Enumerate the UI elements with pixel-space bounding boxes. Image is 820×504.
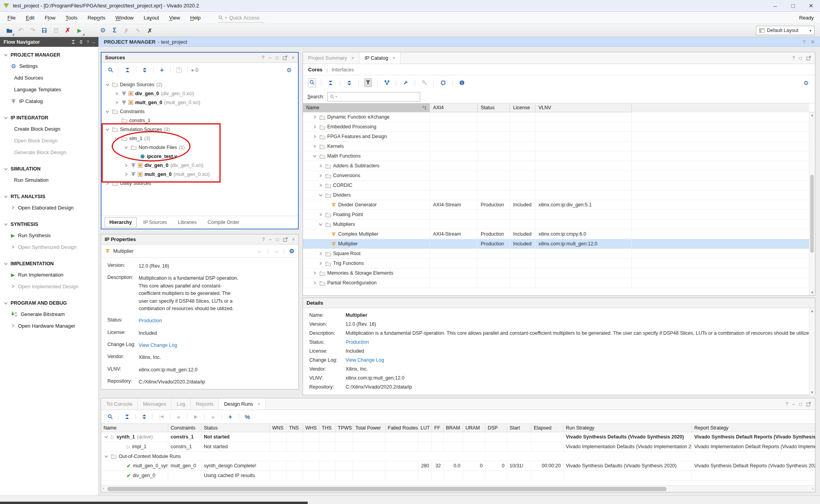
column-header-whs[interactable]: WHS xyxy=(303,424,319,432)
flow-item-create-block-design[interactable]: Create Block Design xyxy=(0,123,98,135)
column-header-vlnv[interactable]: VLNV xyxy=(535,103,632,112)
tree-item-sim-1[interactable]: sim_1 (3) xyxy=(102,134,298,143)
forward-arrow-icon[interactable]: → xyxy=(273,248,279,254)
catalog-search-input[interactable]: ▾ xyxy=(327,92,420,101)
column-header-bram[interactable]: BRAM xyxy=(444,424,463,432)
tab-ip-catalog[interactable]: IP Catalog× xyxy=(360,52,401,64)
catalog-row-divider-generator[interactable]: Divider GeneratorAXI4-StreamProductionIn… xyxy=(303,200,815,210)
tree-chevron[interactable] xyxy=(103,435,109,439)
close-tab-icon[interactable]: × xyxy=(392,55,395,61)
column-header-wns[interactable]: WNS xyxy=(270,424,287,432)
tree-chevron[interactable] xyxy=(318,213,323,217)
tab-interfaces[interactable]: Interfaces xyxy=(332,67,354,73)
scrollbar-thumb[interactable] xyxy=(107,487,667,491)
search-button[interactable] xyxy=(105,65,116,75)
float-icon[interactable] xyxy=(283,55,287,60)
catalog-row-conversions[interactable]: Conversions xyxy=(303,171,815,181)
tree-item-utility-sources[interactable]: Utility Sources xyxy=(102,179,298,188)
catalog-row-complex-multiplier[interactable]: Complex MultiplierAXI4-StreamProductionI… xyxy=(303,229,815,239)
catalog-row-partial-reconfiguration[interactable]: Partial Reconfiguration xyxy=(303,278,815,288)
max-icon[interactable]: □ xyxy=(276,55,278,60)
column-header-name[interactable]: Name^1 xyxy=(303,103,430,112)
tree-chevron[interactable] xyxy=(103,454,109,458)
minimize-button[interactable]: – xyxy=(766,0,784,11)
catalog-row-kernels[interactable]: Kernels xyxy=(303,142,815,151)
runs-row-div_gen_0[interactable]: ✔div_gen_0Using cached IP results xyxy=(101,471,815,481)
column-header-license[interactable]: License xyxy=(510,103,535,112)
menu-window[interactable]: Window xyxy=(111,15,139,21)
column-header-uram[interactable]: URAM xyxy=(463,424,485,432)
quick-access-search[interactable]: ▾ Quick Access xyxy=(218,13,264,23)
scroll-down-arrow-icon[interactable]: ▼ xyxy=(811,291,814,295)
search-button[interactable] xyxy=(105,412,115,422)
tree-item-constraints[interactable]: Constraints xyxy=(102,107,298,116)
catalog-row-multipliers[interactable]: Multipliers xyxy=(303,220,815,229)
tree-item-simulation-sources[interactable]: Simulation Sources (3) xyxy=(102,125,298,134)
tree-item-constrs-1[interactable]: constrs_1 xyxy=(102,116,298,125)
menu-reports[interactable]: Reports xyxy=(82,15,111,21)
plus-button[interactable]: + xyxy=(157,65,167,75)
flow-item-run-implementation[interactable]: ▶Run Implementation xyxy=(0,269,98,280)
step-first-button[interactable]: |◀ xyxy=(156,412,167,422)
close-tab-icon[interactable]: × xyxy=(257,401,260,407)
flow-section-header[interactable]: PROGRAM AND DEBUG xyxy=(0,298,98,308)
plus-button[interactable]: + xyxy=(225,412,235,422)
delete-cross-button[interactable]: ✗ xyxy=(62,25,73,35)
field-value[interactable]: View Change Log xyxy=(346,357,384,363)
tab-messages[interactable]: Messages xyxy=(138,398,171,410)
expand-all-button[interactable] xyxy=(139,65,150,75)
info-button[interactable] xyxy=(456,78,467,88)
tree-chevron[interactable] xyxy=(312,271,317,275)
column-header-tpws[interactable]: TPWS xyxy=(335,424,353,432)
column-header-start[interactable]: Start xyxy=(507,424,531,432)
step-back-button[interactable]: « xyxy=(173,412,184,422)
tree-item-mult-gen-0[interactable]: mult_gen_0 (mult_gen_0.xci) xyxy=(102,170,298,179)
minimize-panel-icon[interactable]: – xyxy=(93,40,95,44)
field-value[interactable]: View Change Log xyxy=(139,342,241,349)
generate-bitstream-button[interactable] xyxy=(86,25,96,35)
flow-item-add-sources[interactable]: Add Sources xyxy=(0,72,98,83)
gear-icon[interactable]: ⚙ xyxy=(289,248,294,254)
edit-pencil-button[interactable]: ✎ xyxy=(133,25,143,35)
scroll-down-arrow-icon[interactable]: ▼ xyxy=(811,390,814,394)
tree-chevron[interactable] xyxy=(312,135,317,138)
column-header-axi4[interactable]: AXI4 xyxy=(430,103,478,112)
tree-item-div-gen-0[interactable]: div_gen_0 (div_gen_0.xci) xyxy=(102,89,298,98)
column-header-ths[interactable]: THS xyxy=(319,424,335,432)
tree-chevron[interactable] xyxy=(312,144,317,148)
tree-item-design-sources[interactable]: Design Sources (2) xyxy=(102,80,298,89)
flow-item-open-elaborated-design[interactable]: Open Elaborated Design xyxy=(0,202,98,213)
min-icon[interactable]: – xyxy=(269,237,272,242)
column-header-report-strategy[interactable]: Report Strategy xyxy=(692,424,816,432)
tree-item-non-module-files[interactable]: Non-module Files (1) xyxy=(102,143,298,152)
collapse-all-button[interactable] xyxy=(122,65,133,75)
column-header-status[interactable]: Status xyxy=(478,103,510,112)
menu-layout[interactable]: Layout xyxy=(139,15,164,21)
column-header-status[interactable]: Status xyxy=(201,424,270,432)
tree-chevron[interactable] xyxy=(114,137,119,140)
tab-ip-sources[interactable]: IP Sources xyxy=(139,218,171,227)
column-header-run-strategy[interactable]: Run Strategy xyxy=(563,424,692,432)
close-icon[interactable]: × xyxy=(292,55,294,60)
flow-item-settings[interactable]: ⚙Settings xyxy=(0,60,98,72)
cancel-cross-button[interactable]: ✗ xyxy=(121,25,132,35)
runs-row-synth_1[interactable]: ▷synth_1 (active)constrs_1Not startedViv… xyxy=(101,432,815,442)
tree-chevron[interactable] xyxy=(312,115,317,119)
close-tab-icon[interactable]: × xyxy=(351,55,354,61)
flow-section-header[interactable]: IP INTEGRATOR xyxy=(0,113,98,123)
help-icon[interactable]: ? xyxy=(803,39,806,45)
catalog-row-math-functions[interactable]: Math Functions xyxy=(303,151,815,161)
catalog-row-memories-storage-elements[interactable]: Memories & Storage Elements xyxy=(303,268,815,278)
min-icon[interactable]: – xyxy=(269,55,271,60)
tree-chevron[interactable] xyxy=(318,164,323,168)
flow-item-run-simulation[interactable]: Run Simulation xyxy=(0,174,98,186)
collapse-all-icon[interactable] xyxy=(71,40,75,44)
close-icon[interactable]: ✕ xyxy=(811,39,815,45)
tab-compile-order[interactable]: Compile Order xyxy=(203,218,244,227)
expand-all-button[interactable] xyxy=(139,412,150,422)
settings-gear-button[interactable]: ⚙ xyxy=(801,78,811,88)
menu-file[interactable]: File xyxy=(2,15,21,21)
scroll-up-arrow-icon[interactable]: ▲ xyxy=(811,113,814,117)
runs-group-row[interactable]: Out-of-Context Module Runs xyxy=(101,452,815,461)
catalog-row-dynamic-function-exchange[interactable]: Dynamic Function eXchange xyxy=(303,112,815,122)
